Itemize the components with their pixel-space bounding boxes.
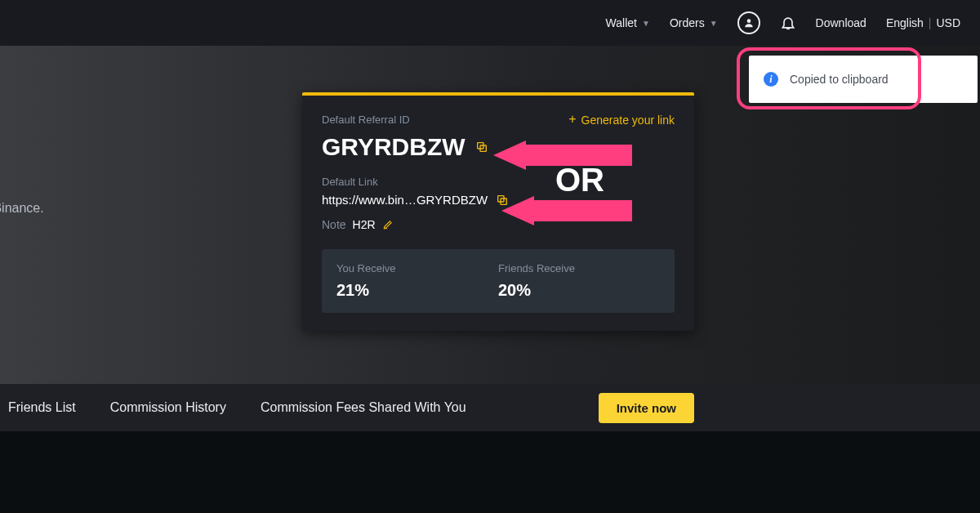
generate-link-label: Generate your link bbox=[581, 114, 675, 127]
nav-language-label: English bbox=[886, 16, 924, 29]
chevron-down-icon: ▼ bbox=[642, 19, 650, 28]
referral-card: Default Referral ID + Generate your link… bbox=[302, 92, 694, 331]
tab-commission-history[interactable]: Commission History bbox=[110, 400, 226, 415]
toast-copied: i Copied to clipboard bbox=[749, 56, 978, 103]
chevron-down-icon: ▼ bbox=[710, 19, 718, 28]
nav-notifications[interactable] bbox=[780, 15, 796, 31]
default-link-value: https://www.bin…GRYRDBZW bbox=[322, 193, 488, 207]
copy-icon[interactable] bbox=[496, 194, 509, 207]
plus-icon: + bbox=[568, 112, 576, 127]
top-nav: Wallet ▼ Orders ▼ Download English | USD bbox=[0, 0, 980, 46]
tab-friends-list[interactable]: Friends List bbox=[8, 400, 76, 415]
nav-download[interactable]: Download bbox=[816, 16, 866, 29]
separator: | bbox=[929, 16, 932, 29]
nav-wallet-label: Wallet bbox=[606, 16, 637, 29]
svg-point-0 bbox=[746, 19, 751, 23]
bottom-area bbox=[0, 431, 980, 513]
nav-orders[interactable]: Orders ▼ bbox=[670, 16, 718, 29]
note-label: Note bbox=[322, 218, 346, 231]
you-receive-value: 21% bbox=[336, 281, 498, 300]
toast-message: Copied to clipboard bbox=[790, 73, 889, 86]
you-receive-label: You Receive bbox=[336, 262, 498, 274]
tabs-bar: Friends List Commission History Commissi… bbox=[0, 384, 980, 431]
referral-id-label: Default Referral ID bbox=[322, 114, 410, 126]
nav-download-label: Download bbox=[816, 16, 866, 29]
referral-code-row: GRYRDBZW bbox=[322, 133, 675, 161]
default-link-label: Default Link bbox=[322, 176, 675, 188]
nav-account[interactable] bbox=[737, 11, 760, 34]
referral-code-value: GRYRDBZW bbox=[322, 133, 466, 161]
nav-orders-label: Orders bbox=[670, 16, 705, 29]
nav-wallet[interactable]: Wallet ▼ bbox=[606, 16, 650, 29]
bell-icon bbox=[780, 15, 796, 31]
you-receive-col: You Receive 21% bbox=[336, 262, 498, 300]
invite-button[interactable]: Invite now bbox=[599, 393, 694, 423]
note-value: H2R bbox=[353, 218, 376, 231]
user-icon bbox=[737, 11, 760, 34]
nav-currency-label: USD bbox=[936, 16, 960, 29]
edit-icon[interactable] bbox=[382, 219, 394, 230]
friends-receive-value: 20% bbox=[498, 281, 660, 300]
note-row: Note H2R bbox=[322, 218, 675, 231]
friends-receive-label: Friends Receive bbox=[498, 262, 660, 274]
tab-fees-shared[interactable]: Commission Fees Shared With You bbox=[261, 400, 466, 415]
default-link-row: https://www.bin…GRYRDBZW bbox=[322, 193, 675, 207]
generate-link-button[interactable]: + Generate your link bbox=[568, 114, 675, 127]
receive-box: You Receive 21% Friends Receive 20% bbox=[322, 249, 675, 313]
nav-locale[interactable]: English | USD bbox=[886, 16, 960, 29]
copy-icon[interactable] bbox=[475, 141, 488, 154]
info-icon: i bbox=[764, 72, 778, 87]
friends-receive-col: Friends Receive 20% bbox=[498, 262, 660, 300]
